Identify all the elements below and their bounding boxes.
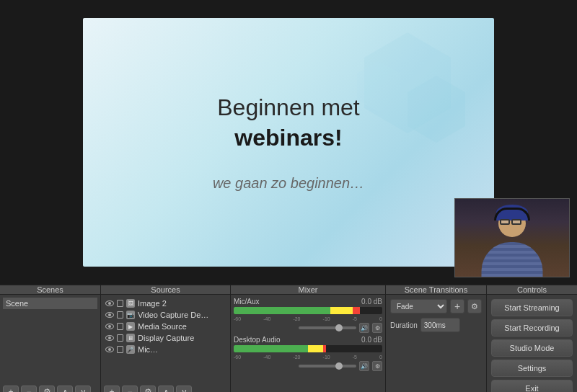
meter-green	[234, 345, 308, 352]
duration-label: Duration	[390, 321, 418, 329]
transition-settings-button[interactable]: ⚙	[467, 299, 482, 313]
volume-thumb	[335, 324, 343, 331]
scenes-settings-button[interactable]: ⚙	[39, 386, 55, 392]
meter-green	[234, 307, 330, 314]
slide-title-line2: webinars!	[217, 123, 359, 153]
sources-list: 🖼 Image 2 📷 Video Capture De… ▶ Media So…	[104, 298, 227, 383]
meter-labels: -60 -40 -20 -10 -5 0	[234, 316, 382, 321]
mixer-panel: Mic/Aux 0.0 dB -60 -40 -20 -10 -5	[231, 295, 386, 392]
eye-icon	[105, 324, 114, 329]
meter-red	[353, 307, 360, 314]
meter-bar	[234, 307, 382, 314]
source-item[interactable]: 🎤 Mic…	[104, 344, 227, 355]
slide-title-container: Beginnen met webinars!	[217, 93, 359, 153]
eye-icon	[105, 335, 114, 341]
webcam-overlay	[454, 198, 570, 277]
scenes-list: Scene	[3, 298, 97, 383]
main-content: Scene + − ⚙ ∧ ∨	[0, 295, 577, 392]
controls-panel: Start Streaming Start Recording Studio M…	[487, 295, 577, 392]
meter-bar	[234, 345, 382, 352]
sources-panel: 🖼 Image 2 📷 Video Capture De… ▶ Media So…	[101, 295, 231, 392]
mixer-controls-mic: 🔊 ⚙	[234, 323, 382, 333]
mixer-section-header: Mixer	[231, 285, 386, 294]
scenes-panel: Scene + − ⚙ ∧ ∨	[0, 295, 101, 392]
source-type-icon: 🖼	[126, 299, 135, 308]
slide-subtitle: we gaan zo beginnen…	[213, 175, 364, 192]
lock-icon	[117, 323, 123, 330]
volume-thumb-desktop	[335, 362, 343, 370]
mixer-channel-desktop: Desktop Audio 0.0 dB -60 -40 -20 -10 -5	[234, 336, 382, 371]
transition-type-select[interactable]: Fade	[390, 299, 447, 313]
add-scene-button[interactable]: +	[3, 386, 19, 392]
exit-button[interactable]: Exit	[491, 380, 573, 392]
source-item[interactable]: 🖼 Image 2	[104, 298, 227, 309]
mixer-channel-header: Mic/Aux 0.0 dB	[234, 298, 382, 306]
add-source-button[interactable]: +	[104, 386, 120, 392]
lock-icon	[117, 300, 123, 307]
transitions-panel: Fade + ⚙ Duration	[386, 295, 487, 392]
remove-scene-button[interactable]: −	[21, 386, 37, 392]
slide-preview: Beginnen met webinars! we gaan zo beginn…	[83, 18, 494, 267]
source-down-button[interactable]: ∨	[176, 386, 192, 392]
sources-settings-button[interactable]: ⚙	[140, 386, 156, 392]
settings-button[interactable]: Settings	[491, 360, 573, 377]
source-item[interactable]: ▶ Media Source	[104, 321, 227, 332]
section-headers: Scenes Sources Mixer Scene Transitions C…	[0, 285, 577, 295]
eye-icon	[105, 300, 114, 306]
sources-section-header: Sources	[101, 285, 231, 294]
source-item[interactable]: 🖥 Display Capture	[104, 332, 227, 344]
mute-button-desktop[interactable]: 🔊	[359, 361, 369, 371]
duration-input[interactable]	[420, 318, 460, 332]
studio-mode-button[interactable]: Studio Mode	[491, 339, 573, 357]
settings-button-mic[interactable]: ⚙	[372, 323, 382, 333]
meter-yellow	[308, 345, 323, 352]
meter-yellow	[330, 307, 353, 314]
settings-button-desktop[interactable]: ⚙	[372, 361, 382, 371]
mixer-meter-desktop	[234, 345, 382, 352]
source-type-icon: 🎤	[126, 345, 135, 354]
scenes-section-header: Scenes	[0, 285, 101, 294]
sources-toolbar: + − ⚙ ∧ ∨	[104, 386, 227, 392]
lock-icon	[117, 311, 123, 318]
source-type-icon: 🖥	[126, 334, 135, 342]
source-type-icon: 📷	[126, 311, 135, 319]
lock-icon	[117, 346, 123, 353]
mixer-channel-mic: Mic/Aux 0.0 dB -60 -40 -20 -10 -5	[234, 298, 382, 333]
scenes-toolbar: + − ⚙ ∧ ∨	[3, 386, 97, 392]
volume-slider-desktop[interactable]	[299, 365, 356, 368]
eye-icon	[105, 347, 114, 352]
transitions-section-header: Scene Transitions	[386, 285, 487, 294]
scene-item[interactable]: Scene	[3, 298, 97, 309]
mixer-channel-header-desktop: Desktop Audio 0.0 dB	[234, 336, 382, 344]
remove-source-button[interactable]: −	[122, 386, 138, 392]
preview-area: Beginnen met webinars! we gaan zo beginn…	[0, 0, 577, 285]
meter-red	[323, 345, 326, 352]
bottom-panel: Scenes Sources Mixer Scene Transitions C…	[0, 285, 577, 392]
meter-labels-desktop: -60 -40 -20 -10 -5 0	[234, 355, 382, 360]
scene-up-button[interactable]: ∧	[57, 386, 73, 392]
lock-icon	[117, 334, 123, 342]
start-recording-button[interactable]: Start Recording	[491, 319, 573, 337]
source-up-button[interactable]: ∧	[158, 386, 174, 392]
mixer-meter-mic	[234, 307, 382, 314]
controls-section-header: Controls	[487, 285, 577, 294]
mute-button-mic[interactable]: 🔊	[359, 323, 369, 333]
mixer-controls-desktop: 🔊 ⚙	[234, 361, 382, 371]
source-item[interactable]: 📷 Video Capture De…	[104, 309, 227, 321]
transition-select-row: Fade + ⚙	[390, 299, 482, 313]
source-type-icon: ▶	[126, 322, 135, 331]
add-transition-button[interactable]: +	[450, 299, 464, 313]
volume-slider-mic[interactable]	[299, 326, 356, 329]
eye-icon	[105, 312, 114, 318]
duration-row: Duration	[390, 318, 482, 332]
webcam-person	[455, 199, 569, 277]
scene-down-button[interactable]: ∨	[75, 386, 91, 392]
start-streaming-button[interactable]: Start Streaming	[491, 299, 573, 316]
slide-title-line1: Beginnen met	[217, 93, 359, 123]
